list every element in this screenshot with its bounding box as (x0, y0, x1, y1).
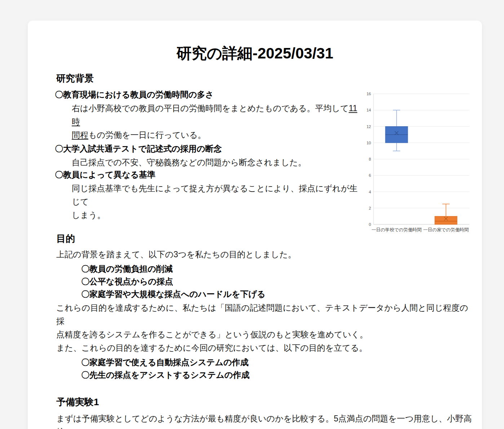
goal-item-auto-grading-system: 〇家庭学習で使える自動採点システムの作成 (81, 357, 472, 368)
goal-item-reduce-workload: 〇教員の労働負担の削減 (81, 263, 472, 274)
page-background: { "page": {"background_color": "#f4f4f5"… (0, 0, 504, 429)
svg-text:12: 12 (367, 124, 371, 129)
svg-text:16: 16 (367, 92, 371, 96)
svg-text:6: 6 (369, 173, 371, 178)
goal-item-fair-grading: 〇公平な視点からの採点 (81, 276, 472, 287)
purpose-intro: 上記の背景を踏まえて、以下の3つを私たちの目的としました。 (56, 248, 476, 261)
svg-text:一日の学校での労働時間: 一日の学校での労働時間 (372, 227, 421, 232)
research-background-heading: 研究背景 (56, 73, 472, 83)
purpose-paragraph-additional: また、これらの目的を達するために今回の研究においては、以下の目的を立てる。 (56, 341, 476, 355)
experiment-paragraph: まずは予備実験としてどのような方法が最も精度が良いのかを比較する。5点満点の問題… (56, 412, 476, 429)
svg-text:10: 10 (367, 141, 371, 145)
experiment-heading: 予備実験1 (56, 397, 472, 407)
svg-text:2: 2 (369, 206, 371, 210)
goal-item-lower-hurdle: 〇家庭学習や大規模な採点へのハードルを下げる (81, 289, 472, 299)
svg-text:14: 14 (367, 108, 371, 112)
purpose-paragraph-hypothesis: これらの目的を達成するために、私たちは「国語の記述問題において、テキストデータか… (56, 301, 476, 341)
document-card: 研究の詳細-2025/03/31 研究背景 0246810121416一日の学校… (28, 21, 482, 429)
section-research-background: 研究背景 0246810121416一日の学校での労働時間一日の家での労働時間 … (56, 73, 472, 222)
svg-text:一日の家での労働時間: 一日の家での労働時間 (423, 227, 469, 232)
goal-item-assist-system: 〇先生の採点をアシストするシステムの作成 (81, 369, 472, 380)
section-preliminary-experiment: 予備実験1 まずは予備実験としてどのような方法が最も精度が良いのかを比較する。5… (56, 397, 472, 429)
section-purpose: 目的 上記の背景を踏まえて、以下の3つを私たちの目的としました。 〇教員の労働負… (56, 233, 472, 380)
svg-text:0: 0 (369, 222, 371, 227)
boxplot-chart: 0246810121416一日の学校での労働時間一日の家での労働時間 (364, 89, 472, 233)
boxplot-svg: 0246810121416一日の学校での労働時間一日の家での労働時間 (364, 89, 472, 233)
page-title: 研究の詳細-2025/03/31 (28, 45, 482, 62)
svg-text:4: 4 (369, 190, 371, 194)
purpose-heading: 目的 (56, 233, 472, 244)
svg-text:8: 8 (369, 157, 371, 161)
